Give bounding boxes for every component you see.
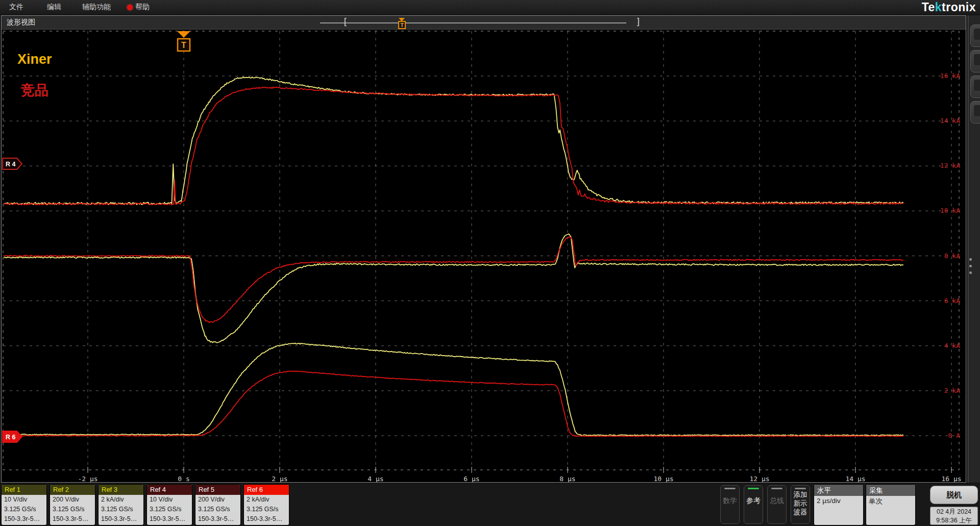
ref-badge-rate: 3.125 GS/s bbox=[147, 505, 192, 514]
x-axis-label: 0 s bbox=[178, 475, 189, 482]
ref-badge-scale: 10 V/div bbox=[147, 495, 192, 505]
ref-badge-file: 150-3.3r-5… bbox=[99, 514, 143, 524]
overview-trigger-icon[interactable]: T bbox=[398, 21, 406, 29]
y-axis-label: 6 kA bbox=[944, 297, 960, 305]
ref-badge-ref-5[interactable]: Ref 5200 V/div3.125 GS/s150-3.3r-5… bbox=[195, 485, 240, 525]
acquisition-badge[interactable]: 采集 单次 bbox=[866, 485, 915, 525]
datetime-display: 02 4月 2024 9:58:36 上午 bbox=[930, 507, 978, 525]
ref-badge-title: Ref 3 bbox=[99, 485, 143, 495]
graticule-frame bbox=[3, 31, 959, 470]
ref-badge-title: Ref 5 bbox=[195, 485, 240, 495]
x-axis-label: 6 µs bbox=[463, 475, 479, 482]
ref-badge-rate: 3.125 GS/s bbox=[50, 505, 95, 514]
trace-jingpin-bottom bbox=[4, 371, 904, 437]
ref-badge-file: 150-3.3r-5… bbox=[195, 514, 240, 524]
x-axis-label: 8 µs bbox=[559, 475, 575, 482]
button-label: 总线 bbox=[768, 496, 786, 505]
ref-badge-scale: 200 V/div bbox=[195, 495, 240, 505]
button-indicator-bar bbox=[795, 488, 806, 489]
y-axis-label: 14 kA bbox=[940, 117, 960, 124]
y-axis-label: 12 kA bbox=[940, 162, 960, 169]
ref-badge-scale: 2 kA/div bbox=[244, 495, 289, 505]
y-axis-label: 0 A bbox=[948, 432, 961, 439]
panel-drag-handle[interactable] bbox=[969, 254, 973, 272]
x-axis-label: 10 µs bbox=[653, 475, 673, 482]
side-panel-button-3[interactable] bbox=[970, 76, 980, 98]
menu-utility[interactable]: 辅助功能 bbox=[82, 3, 111, 12]
trace-xiner-top bbox=[4, 77, 904, 205]
x-axis-label: 4 µs bbox=[368, 475, 383, 482]
ref-badge-file: 150-3.3r-5… bbox=[244, 514, 289, 524]
ref-badge-title: Ref 4 bbox=[147, 485, 192, 495]
tektronix-logo: Tektronix bbox=[922, 1, 976, 14]
menu-edit[interactable]: 编辑 bbox=[47, 3, 61, 12]
ref-badge-file: 150-3.3r-5… bbox=[2, 514, 46, 524]
waveform-view-titlebar: 波形视图 [ ] T bbox=[2, 16, 966, 30]
ref-badge-title: Ref 2 bbox=[50, 485, 95, 495]
ref-badge-ref-4[interactable]: Ref 410 V/div3.125 GS/s150-3.3r-5… bbox=[147, 485, 192, 525]
button-indicator-bar bbox=[771, 488, 782, 489]
ref-button[interactable]: 参考 bbox=[744, 485, 763, 524]
bus-button[interactable]: 总线 bbox=[767, 485, 787, 524]
x-axis-label: -2 µs bbox=[78, 475, 97, 482]
right-toolbar-strip bbox=[968, 15, 980, 483]
ref-badge-scale: 2 kA/div bbox=[99, 495, 143, 505]
acquisition-badge-title: 采集 bbox=[866, 485, 915, 496]
y-axis-label: 4 kA bbox=[944, 342, 960, 349]
trace-jingpin-top bbox=[4, 87, 904, 205]
graticule: -2 µs0 s2 µs4 µs6 µs8 µs10 µs12 µs14 µs1… bbox=[2, 29, 966, 482]
menu-bar: 文件 编辑 辅助功能 帮助 Tektronix bbox=[0, 0, 980, 14]
overview-left-bracket[interactable]: [ bbox=[342, 16, 348, 27]
ref-badge-ref-3[interactable]: Ref 32 kA/div3.125 GS/s150-3.3r-5… bbox=[99, 485, 143, 525]
trace-xiner-mid bbox=[4, 234, 904, 343]
acquisition-mode-value: 单次 bbox=[866, 496, 915, 506]
horizontal-badge[interactable]: 水平 2 µs/div bbox=[814, 485, 863, 525]
button-label: 数学 bbox=[721, 496, 739, 505]
trigger-arrow-icon[interactable] bbox=[177, 31, 190, 38]
annotation-xiner: Xiner bbox=[17, 52, 52, 67]
ref-badge-rate: 3.125 GS/s bbox=[244, 505, 289, 514]
overview-right-bracket[interactable]: ] bbox=[635, 16, 641, 27]
ref-badge-rate: 3.125 GS/s bbox=[99, 505, 143, 514]
button-label: 添加 新示 波器 bbox=[791, 490, 810, 516]
y-axis-label: 8 kA bbox=[944, 252, 960, 260]
menu-file[interactable]: 文件 bbox=[9, 3, 23, 12]
button-indicator-bar bbox=[724, 488, 736, 489]
side-panel-button-4[interactable] bbox=[970, 101, 980, 123]
time-value: 9:58:36 上午 bbox=[930, 516, 977, 525]
x-axis-label: 2 µs bbox=[272, 475, 287, 482]
horizontal-scale-value: 2 µs/div bbox=[814, 496, 863, 505]
ref-badge-scale: 10 V/div bbox=[2, 495, 46, 505]
ref-badge-title: Ref 6 bbox=[244, 485, 289, 495]
date-value: 02 4月 2024 bbox=[930, 508, 977, 516]
ref-badge-ref-1[interactable]: Ref 110 V/div3.125 GS/s150-3.3r-5… bbox=[2, 485, 46, 525]
y-axis-label: 10 kA bbox=[940, 207, 960, 214]
side-panel-button-2[interactable] bbox=[970, 50, 980, 72]
help-alert-icon bbox=[127, 5, 133, 10]
button-label: 参考 bbox=[744, 496, 763, 505]
x-axis-label: 12 µs bbox=[749, 475, 769, 482]
button-indicator-bar bbox=[748, 488, 759, 489]
offline-button[interactable]: 脱机 bbox=[930, 486, 978, 504]
trace-jingpin-mid bbox=[4, 237, 904, 323]
ref-badge-file: 150-3.3r-5… bbox=[147, 514, 192, 524]
x-axis-label: 16 µs bbox=[941, 475, 961, 482]
ref-badge-file: 150-3.3r-5… bbox=[50, 514, 95, 524]
overview-record-line bbox=[320, 22, 626, 23]
bottom-settings-bar: Ref 110 V/div3.125 GS/s150-3.3r-5…Ref 22… bbox=[0, 484, 980, 526]
waveform-view-panel: 波形视图 [ ] T -2 µs0 s2 µs4 µs6 µs8 µs10 µs… bbox=[1, 15, 966, 483]
add-new-scope-button[interactable]: 添加 新示 波器 bbox=[791, 485, 810, 524]
ref-badge-title: Ref 1 bbox=[2, 485, 46, 495]
trace-xiner-bottom bbox=[4, 343, 904, 436]
menu-help[interactable]: 帮助 bbox=[135, 3, 150, 12]
ref-badge-rate: 3.125 GS/s bbox=[195, 505, 240, 514]
trigger-badge-label: T bbox=[181, 41, 186, 49]
horizontal-badge-title: 水平 bbox=[814, 485, 863, 496]
ref-badge-ref-6[interactable]: Ref 62 kA/div3.125 GS/s150-3.3r-5… bbox=[244, 485, 289, 525]
ref-badge-ref-2[interactable]: Ref 2200 V/div3.125 GS/s150-3.3r-5… bbox=[50, 485, 95, 525]
annotation-jingpin: 竞品 bbox=[21, 81, 48, 99]
tekscope-app: 文件 编辑 辅助功能 帮助 Tektronix 波形视图 [ ] T -2 µs… bbox=[0, 0, 980, 526]
side-panel-button-1[interactable] bbox=[970, 24, 980, 47]
channel-marker-r4-label: R 4 bbox=[6, 161, 16, 168]
math-button[interactable]: 数学 bbox=[720, 485, 740, 524]
